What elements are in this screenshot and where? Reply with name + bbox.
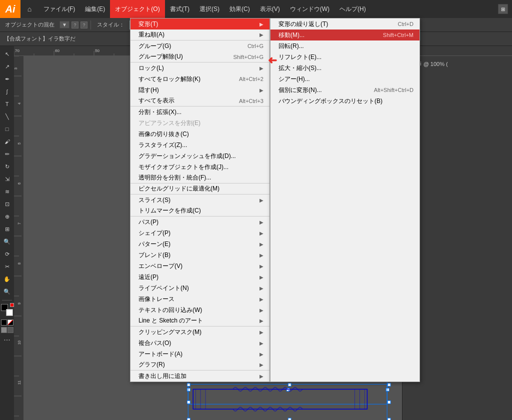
menu-rasterize[interactable]: ラスタライズ(Z)... bbox=[130, 140, 270, 150]
menu-type[interactable]: 書式(T) bbox=[165, 0, 194, 18]
submenu-arrow: ▶ bbox=[260, 88, 264, 93]
svg-rect-24 bbox=[14, 56, 24, 420]
menu-perspective[interactable]: 遠近(P) ▶ bbox=[130, 272, 270, 282]
menu-envelope[interactable]: エンベロープ(V) ▶ bbox=[130, 260, 270, 272]
menu-flatten-transparency[interactable]: 透明部分を分割・統合(F)... bbox=[130, 172, 270, 184]
menu-expand[interactable]: 分割・拡張(X)... bbox=[130, 106, 270, 118]
submenu-arrow: ▶ bbox=[260, 330, 264, 335]
svg-text:11: 11 bbox=[18, 380, 21, 384]
select-tool[interactable]: ↖ bbox=[1, 48, 13, 60]
menu-items: ファイル(F) 編集(E) オブジェクト(O) 書式(T) 選択(S) 効果(C… bbox=[38, 0, 371, 18]
blend-mode-dropdown[interactable]: ▼ bbox=[60, 21, 70, 28]
menu-file[interactable]: ファイル(F) bbox=[38, 0, 80, 18]
stroke-color[interactable] bbox=[6, 309, 13, 316]
menu-image-trace[interactable]: 画像トレース ▶ bbox=[130, 294, 270, 304]
menu-edit[interactable]: 編集(E) bbox=[80, 0, 110, 18]
normal-mode[interactable] bbox=[1, 327, 7, 333]
direct-select-tool[interactable]: ↗ bbox=[1, 60, 13, 72]
menu-artboard[interactable]: アートボード(A) ▶ bbox=[130, 348, 270, 360]
grid-view-btn[interactable]: ⊞ bbox=[498, 4, 508, 14]
scale-tool[interactable]: ⇲ bbox=[1, 173, 13, 185]
menu-lock[interactable]: ロック(L) ▶ bbox=[130, 62, 270, 74]
draw-mode[interactable] bbox=[8, 327, 14, 333]
submenu-scale[interactable]: 拡大・縮小(S)... bbox=[270, 62, 420, 74]
menu-window[interactable]: ウィンドウ(W) bbox=[285, 0, 334, 18]
gradient-btn[interactable] bbox=[8, 320, 14, 326]
menu-clipping-mask[interactable]: クリッピングマスク(M) ▶ bbox=[130, 326, 270, 338]
separator bbox=[90, 20, 91, 30]
scissors-tool[interactable]: ✂ bbox=[1, 260, 13, 272]
menu-pattern[interactable]: パターン(E) ▶ bbox=[130, 238, 270, 250]
home-icon[interactable]: ⌂ bbox=[20, 0, 38, 18]
free-transform-tool[interactable]: ⊡ bbox=[1, 198, 13, 210]
line-tool[interactable]: ╲ bbox=[1, 110, 13, 122]
eyedropper-tool[interactable]: 🔍 bbox=[1, 236, 13, 248]
menu-select[interactable]: 選択(S) bbox=[194, 0, 224, 18]
submenu-rotate[interactable]: 回転(R)... bbox=[270, 40, 420, 52]
submenu-shear[interactable]: シアー(H)... bbox=[270, 74, 420, 84]
submenu-arrow: ▶ bbox=[260, 242, 264, 247]
menu-help[interactable]: ヘルプ(H) bbox=[334, 0, 371, 18]
menu-object[interactable]: オブジェクト(O) bbox=[110, 0, 164, 18]
menu-live-paint[interactable]: ライブペイント(N) ▶ bbox=[130, 282, 270, 294]
pencil-tool[interactable]: ✏ bbox=[1, 148, 13, 160]
menu-gradient-mesh[interactable]: グラデーションメッシュを作成(D)... bbox=[130, 150, 270, 162]
svg-text:70: 70 bbox=[15, 48, 20, 53]
warp-tool[interactable]: ≋ bbox=[1, 186, 13, 198]
color-swatches bbox=[1, 304, 13, 316]
hand-tool[interactable]: ✋ bbox=[1, 273, 13, 285]
menu-line-sketch[interactable]: Line と Sketch のアート ▶ bbox=[130, 316, 270, 326]
fill-none-btn[interactable] bbox=[1, 320, 7, 326]
menu-view[interactable]: 表示(V) bbox=[255, 0, 285, 18]
menu-blend[interactable]: ブレンド(B) ▶ bbox=[130, 250, 270, 260]
question-icon2[interactable]: ? bbox=[80, 22, 88, 28]
svg-rect-182 bbox=[388, 400, 390, 404]
submenu-move[interactable]: 移動(M)... Shift+Ctrl+M bbox=[270, 30, 420, 40]
submenu-arrow: ▶ bbox=[260, 252, 264, 258]
transform-submenu: 変形の繰り返し(T) Ctrl+D 移動(M)... Shift+Ctrl+M … bbox=[270, 18, 420, 382]
menu-show-all[interactable]: すべてを表示 Alt+Ctrl+3 bbox=[130, 96, 270, 106]
menu-ungroup[interactable]: グループ解除(U) Shift+Ctrl+G bbox=[130, 52, 270, 62]
svg-text:4: 4 bbox=[18, 102, 21, 104]
menu-arrange[interactable]: 重ね順(A) ▶ bbox=[130, 30, 270, 40]
svg-rect-169 bbox=[386, 388, 389, 391]
blend-tool[interactable]: ⟳ bbox=[1, 248, 13, 260]
submenu-arrow: ▶ bbox=[260, 230, 264, 236]
submenu-arrow: ▶ bbox=[260, 264, 264, 269]
menu-group[interactable]: グループ(G) Ctrl+G bbox=[130, 40, 270, 52]
chart-tool[interactable]: ⊞ bbox=[1, 223, 13, 235]
menu-transform[interactable]: 変形(T) ▶ bbox=[130, 18, 270, 30]
menu-compound-path[interactable]: 複合パス(O) ▶ bbox=[130, 338, 270, 348]
type-tool[interactable]: T bbox=[1, 98, 13, 110]
menu-slice[interactable]: スライス(S) ▶ bbox=[130, 194, 270, 206]
menu-mosaic[interactable]: モザイクオブジェクトを作成(J)... bbox=[130, 162, 270, 172]
submenu-individual[interactable]: 個別に変形(N)... Alt+Shift+Ctrl+D bbox=[270, 84, 420, 96]
submenu-reset-bbox[interactable]: バウンディングボックスのリセット(B) bbox=[270, 96, 420, 106]
more-tools[interactable]: ··· bbox=[4, 336, 10, 344]
menu-pixel-perfect[interactable]: ピクセルグリッドに最適化(M) bbox=[130, 184, 270, 194]
menu-flatten[interactable]: 画像の切り抜き(C) bbox=[130, 128, 270, 140]
shape-tool[interactable]: □ bbox=[1, 123, 13, 135]
submenu-arrow: ▶ bbox=[260, 352, 264, 357]
submenu-arrow: ▶ bbox=[260, 340, 264, 346]
zoom-tool[interactable]: 🔍 bbox=[1, 286, 13, 298]
paintbrush-tool[interactable]: 🖌 bbox=[1, 136, 13, 148]
curvature-tool[interactable]: ∫ bbox=[1, 86, 13, 98]
submenu-reflect[interactable]: リフレクト(E)... bbox=[270, 52, 420, 62]
menu-unlock-all[interactable]: すべてをロック解除(K) Alt+Ctrl+2 bbox=[130, 74, 270, 84]
menu-trim-marks[interactable]: トリムマークを作成(C) bbox=[130, 206, 270, 216]
menu-hide[interactable]: 隠す(H) ▶ bbox=[130, 84, 270, 96]
menubar: Ai ⌂ ファイル(F) 編集(E) オブジェクト(O) 書式(T) 選択(S)… bbox=[0, 0, 512, 18]
menu-path[interactable]: パス(P) ▶ bbox=[130, 216, 270, 228]
rotate-tool[interactable]: ↻ bbox=[1, 160, 13, 172]
question-icon[interactable]: ? bbox=[72, 22, 78, 28]
pen-tool[interactable]: ✒ bbox=[1, 73, 13, 85]
submenu-transform-again[interactable]: 変形の繰り返し(T) Ctrl+D bbox=[270, 18, 420, 30]
menu-effect[interactable]: 効果(C) bbox=[224, 0, 255, 18]
menu-shape[interactable]: シェイプ(P) ▶ bbox=[130, 228, 270, 238]
menu-collect[interactable]: 書き出し用に追加 ▶ bbox=[130, 370, 270, 382]
menu-text-wrap[interactable]: テキストの回り込み(W) ▶ bbox=[130, 304, 270, 316]
shape-builder-tool[interactable]: ⊕ bbox=[1, 210, 13, 222]
menu-graph[interactable]: グラフ(R) ▶ bbox=[130, 360, 270, 370]
right-panel-content: 方法.ai @ 100% ( bbox=[404, 58, 510, 72]
